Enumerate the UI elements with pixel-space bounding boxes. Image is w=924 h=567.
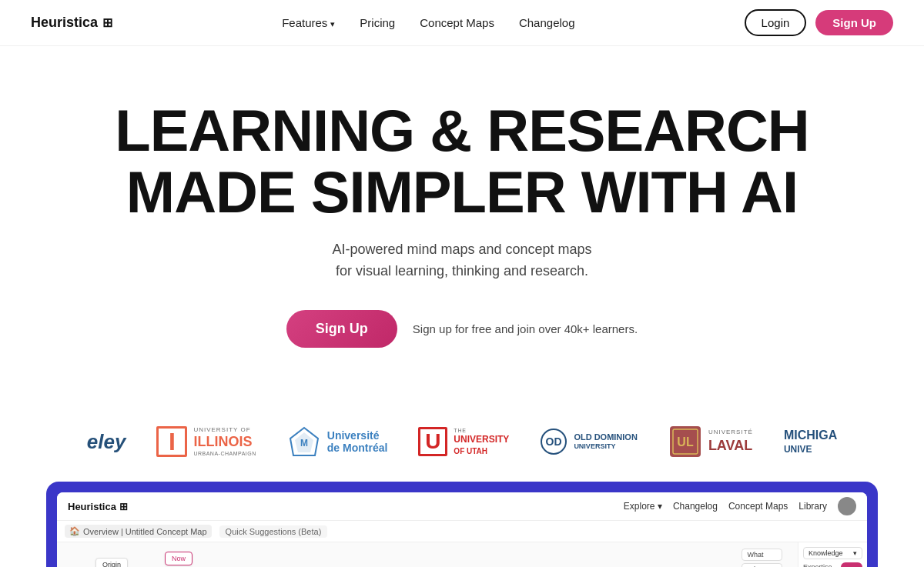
hero-section: LEARNING & RESEARCH MADE SIMPLER WITH AI… bbox=[0, 46, 924, 417]
preview-expertise-toggle-row: Expertise bbox=[803, 562, 862, 567]
hero-subtitle: AI-powered mind maps and concept maps fo… bbox=[31, 238, 893, 283]
university-montreal: M Université de Montréal bbox=[287, 425, 388, 459]
university-old-dominion: OD OLD DOMINION UNIVERSITY bbox=[540, 428, 638, 455]
university-berkeley: eley bbox=[87, 430, 126, 454]
preview-avatar bbox=[838, 497, 856, 515]
university-michigan: MICHIGA UNIVE bbox=[784, 428, 837, 455]
nav-actions: Login Sign Up bbox=[745, 9, 893, 36]
berkeley-name: eley bbox=[87, 430, 126, 454]
preview-topbar: Heuristica ⊞ Explore ▾ Changelog Concept… bbox=[57, 492, 867, 521]
hero-cta: Sign Up Sign up for free and join over 4… bbox=[31, 310, 893, 348]
preview-node-now: Now bbox=[165, 552, 192, 565]
preview-logo: Heuristica ⊞ bbox=[68, 501, 128, 512]
preview-node-origin: Origin bbox=[95, 558, 128, 567]
logo-icon: ⊞ bbox=[102, 15, 112, 30]
svg-text:OD: OD bbox=[546, 435, 562, 448]
utah-text: THE UNIVERSITY OF UTAH bbox=[454, 427, 509, 456]
logo-text: Heuristica bbox=[31, 15, 98, 31]
preview-toolbar: 🏠 Overview | Untitled Concept Map Quick … bbox=[57, 521, 867, 542]
hero-title: LEARNING & RESEARCH MADE SIMPLER WITH AI bbox=[31, 100, 893, 223]
laval-icon: UL bbox=[668, 425, 702, 459]
preview-expertise-toggle bbox=[841, 562, 862, 567]
preview-sidebar-right: Knowledge ▾ Expertise bbox=[798, 542, 867, 567]
login-button[interactable]: Login bbox=[745, 9, 807, 36]
preview-knowledge-dropdown: Knowledge ▾ bbox=[803, 547, 862, 559]
nav-links: Features Pricing Concept Maps Changelog bbox=[282, 16, 574, 29]
product-preview: Heuristica ⊞ Explore ▾ Changelog Concept… bbox=[46, 482, 878, 567]
university-laval: UL UNIVERSITÉ LAVAL bbox=[668, 425, 753, 459]
preview-window: Heuristica ⊞ Explore ▾ Changelog Concept… bbox=[57, 492, 867, 567]
old-dominion-text: OLD DOMINION UNIVERSITY bbox=[574, 432, 638, 452]
laval-text: UNIVERSITÉ LAVAL bbox=[708, 429, 753, 455]
preview-tab-home: 🏠 Overview | Untitled Concept Map bbox=[65, 525, 212, 538]
preview-node-what: What bbox=[742, 549, 782, 561]
hero-cta-text: Sign up for free and join over 40k+ lear… bbox=[413, 322, 638, 335]
nav-pricing[interactable]: Pricing bbox=[360, 16, 395, 29]
nav-changelog[interactable]: Changelog bbox=[519, 16, 575, 29]
preview-canvas: Origin Now How What Who Elaborate 👆 Know… bbox=[57, 542, 867, 567]
navbar: Heuristica ⊞ Features Pricing Concept Ma… bbox=[0, 0, 924, 46]
illinois-icon: I bbox=[156, 426, 187, 457]
preview-right-nodes: What Who Elaborate bbox=[742, 549, 782, 567]
nav-features[interactable]: Features bbox=[282, 16, 335, 29]
utah-icon: U bbox=[418, 427, 447, 456]
signup-hero-button[interactable]: Sign Up bbox=[286, 310, 397, 348]
nav-concept-maps[interactable]: Concept Maps bbox=[420, 16, 494, 29]
brand-logo[interactable]: Heuristica ⊞ bbox=[31, 15, 112, 31]
montreal-icon: M bbox=[287, 425, 321, 459]
illinois-text: UNIVERSITY OF ILLINOIS URBANA-CHAMPAIGN bbox=[193, 426, 256, 457]
university-utah: U THE UNIVERSITY OF UTAH bbox=[418, 427, 509, 456]
svg-text:M: M bbox=[300, 438, 308, 449]
universities-strip: eley I UNIVERSITY OF ILLINOIS URBANA-CHA… bbox=[0, 417, 924, 466]
preview-center-nodes: Now bbox=[165, 552, 192, 565]
preview-node-who: Who bbox=[742, 563, 782, 567]
preview-nav: Explore ▾ Changelog Concept Maps Library bbox=[624, 497, 856, 515]
michigan-text: MICHIGA UNIVE bbox=[784, 428, 837, 455]
montreal-text: Université de Montréal bbox=[327, 429, 388, 454]
old-dominion-icon: OD bbox=[540, 428, 567, 455]
preview-suggestion: Quick Suggestions (Beta) bbox=[219, 525, 328, 538]
signup-nav-button[interactable]: Sign Up bbox=[815, 10, 893, 35]
svg-text:UL: UL bbox=[677, 435, 694, 449]
features-chevron-icon bbox=[330, 16, 335, 29]
preview-left-nodes: Origin bbox=[95, 558, 128, 567]
university-illinois: I UNIVERSITY OF ILLINOIS URBANA-CHAMPAIG… bbox=[156, 426, 256, 457]
